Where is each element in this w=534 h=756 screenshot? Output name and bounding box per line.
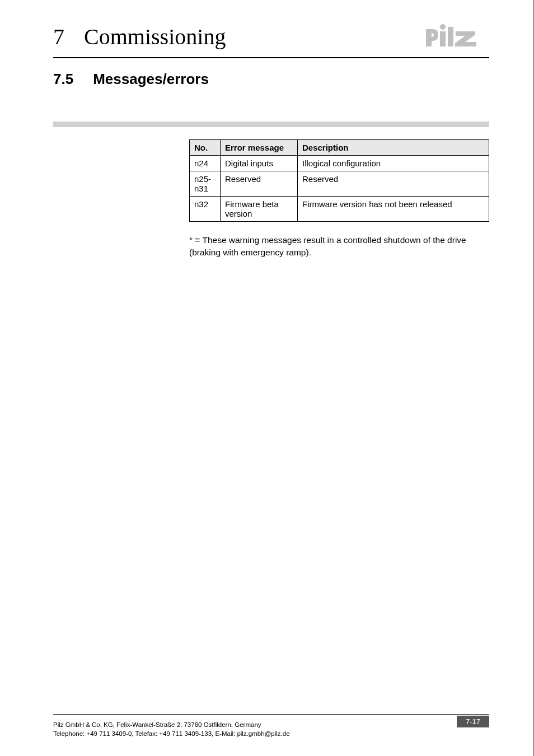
section-number: 7.5 (53, 71, 73, 88)
svg-point-0 (440, 24, 446, 30)
cell-msg: Digital inputs (221, 156, 298, 171)
table-header-desc: Description (298, 140, 489, 156)
table-row: n25-n31 Reserved Reserved (190, 171, 489, 197)
footer-divider (53, 714, 489, 715)
cell-msg: Reserved (221, 171, 298, 197)
table-row: n32 Firmware beta version Firmware versi… (190, 197, 489, 222)
cell-msg: Firmware beta version (221, 197, 298, 222)
table-header-no: No. (190, 140, 221, 156)
cell-no: n32 (190, 197, 221, 222)
svg-rect-2 (448, 27, 453, 46)
table-row: n24 Digital inputs Illogical configurati… (190, 156, 489, 171)
svg-rect-1 (440, 31, 446, 46)
table-header-row: No. Error message Description (190, 140, 489, 156)
cell-desc: Reserved (298, 171, 489, 197)
chapter-number: 7 (53, 24, 64, 50)
table-header-msg: Error message (221, 140, 298, 156)
chapter-title: Commissioning (84, 24, 226, 50)
footnote-text: * = These warning messages result in a c… (189, 234, 489, 258)
pilz-logo (424, 22, 485, 50)
page-number: 7-17 (457, 716, 489, 727)
cell-desc: Illogical configuration (298, 156, 489, 171)
cell-no: n25-n31 (190, 171, 221, 197)
error-table: No. Error message Description n24 Digita… (189, 139, 489, 222)
section-divider (53, 122, 489, 127)
cell-no: n24 (190, 156, 221, 171)
section-title: Messages/errors (93, 71, 209, 88)
footer-address: Pilz GmbH & Co. KG, Felix-Wankel-Straße … (53, 720, 290, 738)
footer-line1: Pilz GmbH & Co. KG, Felix-Wankel-Straße … (53, 720, 290, 729)
footer-line2: Telephone: +49 711 3409-0, Telefax: +49 … (53, 729, 290, 738)
cell-desc: Firmware version has not been released (298, 197, 489, 222)
